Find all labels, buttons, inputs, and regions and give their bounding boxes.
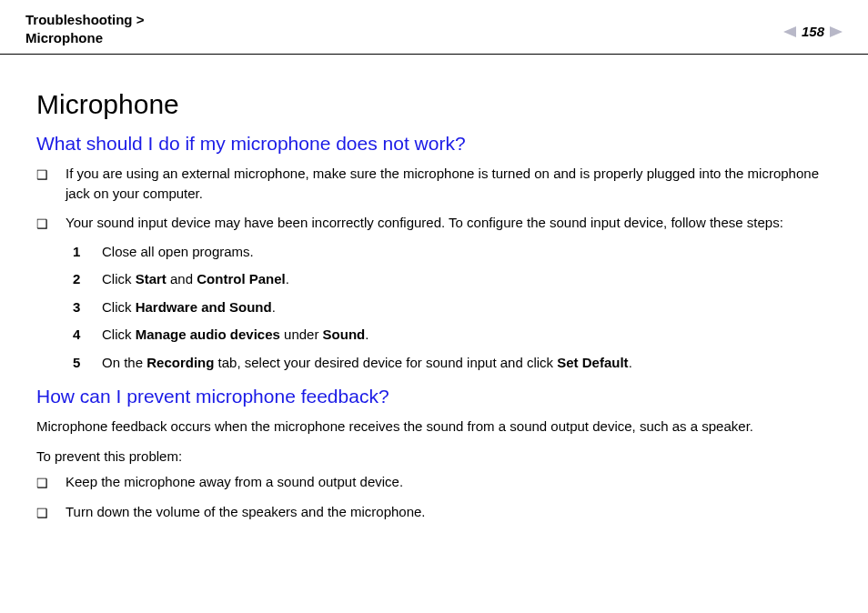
step-number: 1 [73, 242, 86, 263]
breadcrumb: Troubleshooting > Microphone [25, 11, 144, 46]
list-item: ❑ Turn down the volume of the speakers a… [36, 502, 832, 522]
bullet-icon: ❑ [36, 166, 49, 184]
question-1-heading: What should I do if my microphone does n… [36, 133, 832, 155]
prev-page-arrow-icon[interactable] [783, 26, 796, 37]
bullet-text: Your sound input device may have been in… [66, 213, 832, 233]
step-number: 2 [73, 269, 86, 290]
bullet-icon: ❑ [36, 474, 49, 492]
list-item: ❑ Your sound input device may have been … [36, 213, 832, 233]
q1-steps-list: 1 Close all open programs. 2 Click Start… [36, 242, 832, 374]
bullet-icon: ❑ [36, 215, 49, 233]
q2-para-1: Microphone feedback occurs when the micr… [36, 417, 832, 437]
bullet-text: Turn down the volume of the speakers and… [66, 502, 832, 522]
question-2-heading: How can I prevent microphone feedback? [36, 386, 832, 407]
step-number: 4 [73, 325, 86, 346]
step-number: 5 [73, 353, 86, 374]
step-text: Close all open programs. [102, 242, 832, 263]
step-number: 3 [73, 297, 86, 318]
list-item: ❑ If you are using an external microphon… [36, 164, 832, 204]
q1-bullet-list: ❑ If you are using an external microphon… [36, 164, 832, 233]
list-item: 2 Click Start and Control Panel. [36, 269, 832, 290]
q2-para-2: To prevent this problem: [36, 447, 832, 467]
document-page: Troubleshooting > Microphone 158 Microph… [0, 0, 868, 568]
bullet-icon: ❑ [36, 504, 49, 522]
breadcrumb-section: Troubleshooting [25, 12, 133, 27]
page-header: Troubleshooting > Microphone 158 [0, 0, 868, 55]
bullet-text: Keep the microphone away from a sound ou… [66, 472, 832, 492]
list-item: 5 On the Recording tab, select your desi… [36, 353, 832, 374]
page-title: Microphone [36, 89, 832, 120]
list-item: 4 Click Manage audio devices under Sound… [36, 325, 832, 346]
page-content: Microphone What should I do if my microp… [0, 55, 868, 568]
breadcrumb-separator: > [136, 12, 145, 27]
bullet-text: If you are using an external microphone,… [66, 164, 832, 204]
list-item: 1 Close all open programs. [36, 242, 832, 263]
breadcrumb-page: Microphone [25, 30, 103, 45]
step-text: On the Recording tab, select your desire… [102, 353, 832, 374]
list-item: 3 Click Hardware and Sound. [36, 297, 832, 318]
next-page-arrow-icon[interactable] [830, 26, 843, 37]
page-nav: 158 [783, 24, 843, 39]
step-text: Click Manage audio devices under Sound. [102, 325, 832, 346]
page-number: 158 [802, 24, 824, 39]
list-item: ❑ Keep the microphone away from a sound … [36, 472, 832, 492]
q2-bullet-list: ❑ Keep the microphone away from a sound … [36, 472, 832, 522]
svg-marker-1 [830, 26, 843, 37]
step-text: Click Start and Control Panel. [102, 269, 832, 290]
step-text: Click Hardware and Sound. [102, 297, 832, 318]
svg-marker-0 [783, 26, 796, 37]
